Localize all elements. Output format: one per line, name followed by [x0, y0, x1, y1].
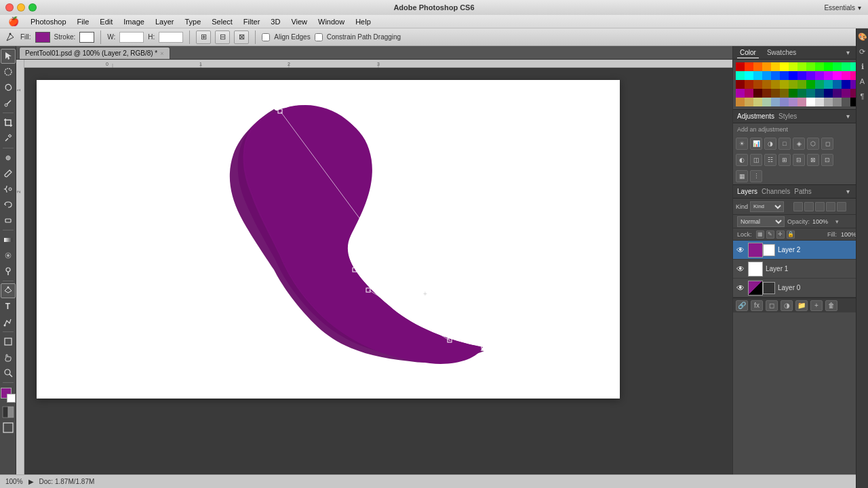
shape-tool[interactable] [1, 334, 16, 349]
align-edges-check[interactable] [262, 33, 270, 41]
link-layers-btn[interactable]: 🔗 [736, 300, 748, 311]
menu-edit[interactable]: Edit [95, 17, 117, 26]
path-ops-btn2[interactable]: ⊟ [215, 30, 230, 44]
selective-color-icon[interactable]: ⋮ [750, 170, 762, 182]
screen-mode-btn[interactable] [1, 420, 16, 435]
fill-color-swatch[interactable] [35, 32, 50, 43]
swatch[interactable] [806, 98, 815, 106]
adj-tab[interactable]: Adjustments [737, 113, 774, 120]
swatch[interactable] [762, 80, 771, 89]
swatch[interactable] [842, 98, 850, 106]
swatch[interactable] [815, 98, 824, 106]
levels-adj-icon[interactable]: 📊 [750, 138, 762, 150]
swatch[interactable] [833, 62, 842, 71]
char-icon[interactable]: A [857, 76, 868, 87]
menu-view[interactable]: View [286, 17, 312, 26]
eyedropper-tool[interactable] [1, 131, 16, 146]
layer0-visibility-icon[interactable]: 👁 [736, 283, 745, 293]
eraser-tool[interactable] [1, 213, 16, 228]
paths-tab[interactable]: Paths [794, 188, 812, 195]
tab-close-btn[interactable]: × [160, 50, 163, 57]
swatch[interactable] [780, 71, 789, 80]
swatch[interactable] [833, 89, 842, 98]
filter-type-icon[interactable] [815, 202, 825, 211]
swatch[interactable] [842, 80, 850, 89]
type-tool[interactable]: T [1, 299, 16, 314]
move-tool[interactable] [1, 49, 16, 64]
blend-mode-select[interactable]: Normal [737, 216, 785, 227]
layer2-visibility-icon[interactable]: 👁 [736, 245, 745, 255]
menu-image[interactable]: Image [119, 17, 149, 26]
swatch[interactable] [833, 80, 842, 89]
apple-menu[interactable]: 🍎 [3, 16, 24, 26]
swatch[interactable] [842, 89, 850, 98]
path-ops-btn1[interactable]: ⊞ [196, 30, 211, 44]
quick-mask-btn[interactable] [1, 405, 16, 420]
swatch[interactable] [815, 62, 824, 71]
history-icon[interactable]: ⟳ [857, 46, 868, 57]
swatch[interactable] [745, 62, 753, 71]
swatch[interactable] [771, 89, 780, 98]
crop-tool[interactable] [1, 115, 16, 130]
filter-pixel-icon[interactable] [793, 202, 803, 211]
curves-adj-icon[interactable]: ◑ [764, 138, 776, 150]
brightness-adj-icon[interactable]: ☀ [736, 138, 748, 150]
channelmix-adj-icon[interactable]: ☷ [764, 154, 776, 166]
zoom-tool[interactable] [1, 365, 16, 380]
new-group-btn[interactable]: 📁 [795, 300, 808, 311]
swatch[interactable] [762, 98, 771, 106]
brush-tool[interactable] [1, 166, 16, 181]
swatch[interactable] [771, 98, 780, 106]
background-color[interactable] [7, 394, 16, 403]
panel-collapse-btn[interactable]: ▾ [843, 48, 852, 58]
menu-3d[interactable]: 3D [266, 17, 285, 26]
swatch[interactable] [736, 98, 745, 106]
gradient-tool[interactable] [1, 232, 16, 247]
menu-file[interactable]: File [73, 17, 94, 26]
lock-transparent-icon[interactable]: ▦ [756, 230, 764, 239]
swatch[interactable] [762, 89, 771, 98]
path-ops-btn3[interactable]: ⊠ [234, 30, 249, 44]
swatch[interactable] [745, 89, 753, 98]
swatch[interactable] [762, 62, 771, 71]
swatch[interactable] [780, 80, 789, 89]
swatch[interactable] [789, 71, 797, 80]
paragraph-icon[interactable]: ¶ [857, 91, 868, 102]
layer-style-btn[interactable]: fx [751, 300, 763, 311]
swatch[interactable] [833, 98, 842, 106]
new-layer-btn[interactable]: + [810, 300, 823, 311]
minimize-button[interactable] [17, 3, 25, 12]
exposure-adj-icon[interactable]: □ [778, 138, 791, 150]
swatch[interactable] [780, 62, 789, 71]
filter-shape-icon[interactable] [826, 202, 835, 211]
swatch[interactable] [815, 71, 824, 80]
styles-tab[interactable]: Styles [778, 113, 797, 120]
swatch[interactable] [753, 98, 762, 106]
healing-brush-tool[interactable] [1, 150, 16, 165]
swatch[interactable] [753, 71, 762, 80]
swatch[interactable] [736, 71, 745, 80]
swatch[interactable] [753, 62, 762, 71]
menu-filter[interactable]: Filter [239, 17, 264, 26]
layer1-visibility-icon[interactable]: 👁 [736, 264, 745, 274]
lasso-tool[interactable] [1, 80, 16, 95]
swatch[interactable] [780, 98, 789, 106]
swatch[interactable] [771, 80, 780, 89]
menu-window[interactable]: Window [313, 17, 349, 26]
swatch[interactable] [824, 80, 833, 89]
swatch[interactable] [736, 62, 745, 71]
path-selection-tool[interactable] [1, 314, 16, 329]
pen-tool[interactable] [1, 283, 16, 298]
document-tab[interactable]: PentTool01.psd @ 100% (Layer 2, RGB/8) *… [19, 47, 170, 59]
maximize-button[interactable] [28, 3, 37, 12]
adj-collapse-btn[interactable]: ▾ [843, 112, 852, 121]
swatch[interactable] [797, 80, 806, 89]
swatch[interactable] [789, 98, 797, 106]
swatch[interactable] [824, 89, 833, 98]
swatch[interactable] [753, 89, 762, 98]
swatch[interactable] [806, 62, 815, 71]
menu-layer[interactable]: Layer [151, 17, 179, 26]
magic-wand-tool[interactable] [1, 96, 16, 110]
swatch[interactable] [745, 71, 753, 80]
vibrance-adj-icon[interactable]: ◈ [793, 138, 805, 150]
